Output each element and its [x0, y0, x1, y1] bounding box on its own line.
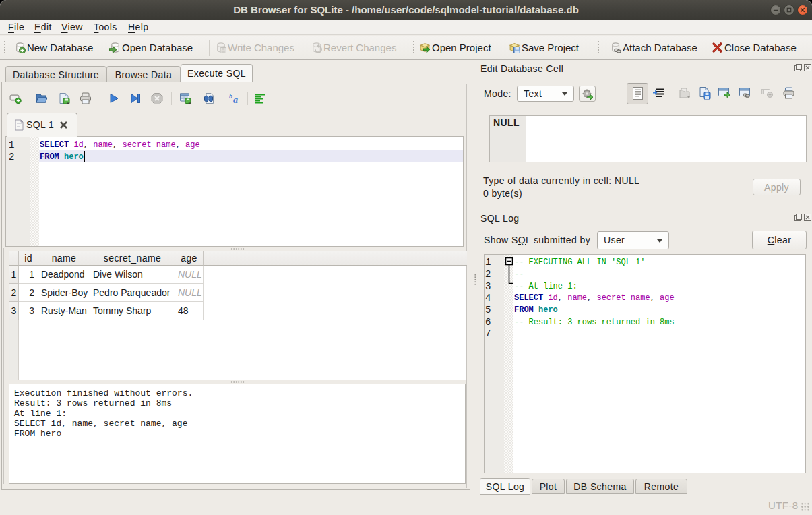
svg-text:a: a [233, 95, 238, 104]
svg-text:b: b [229, 92, 232, 100]
